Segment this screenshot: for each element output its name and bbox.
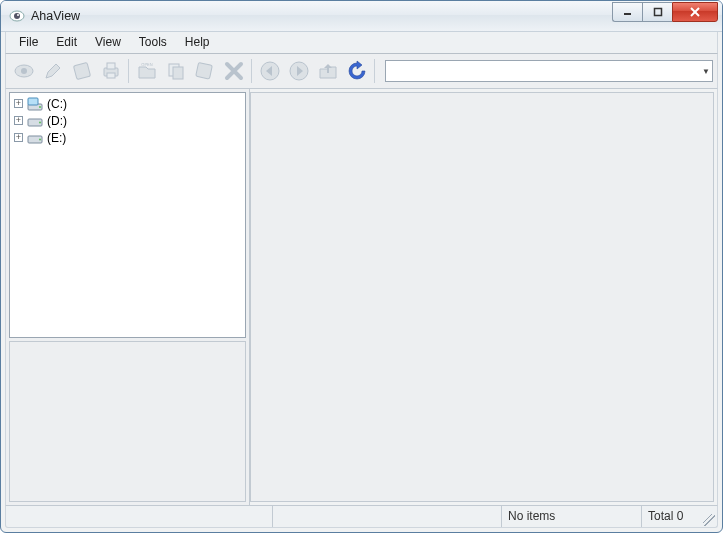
refresh-icon[interactable] (343, 58, 370, 85)
svg-rect-11 (107, 63, 115, 69)
delete-icon[interactable] (220, 58, 247, 85)
menubar: File Edit View Tools Help (5, 32, 718, 54)
window-controls (612, 2, 718, 22)
resize-grip-icon[interactable] (703, 514, 715, 526)
dropdown-arrow-icon[interactable]: ▼ (702, 67, 710, 76)
open-icon[interactable]: OPEN (133, 58, 160, 85)
svg-text:OPEN: OPEN (141, 62, 152, 67)
svg-rect-12 (107, 73, 115, 78)
rotate-left-icon[interactable] (68, 58, 95, 85)
thumbnail-pane[interactable] (250, 92, 714, 502)
minimize-button[interactable] (612, 2, 642, 22)
tree-item-label: (E:) (47, 131, 66, 145)
menu-tools[interactable]: Tools (130, 32, 176, 53)
back-icon[interactable] (256, 58, 283, 85)
svg-point-23 (39, 121, 41, 123)
client-area: + (C:) + (D:) + (5, 89, 718, 505)
statusbar: No items Total 0 (5, 505, 718, 528)
tree-item-label: (D:) (47, 114, 67, 128)
status-cell-path (6, 506, 273, 527)
print-icon[interactable] (97, 58, 124, 85)
toolbar: OPEN ▼ (5, 54, 718, 89)
view-icon[interactable] (10, 58, 37, 85)
svg-point-25 (39, 138, 41, 140)
system-drive-icon (27, 97, 43, 111)
folder-tree[interactable]: + (C:) + (D:) + (9, 92, 246, 338)
toolbar-separator (374, 59, 375, 83)
toolbar-separator (128, 59, 129, 83)
left-column: + (C:) + (D:) + (6, 89, 250, 505)
svg-rect-20 (28, 98, 38, 105)
menu-file[interactable]: File (10, 32, 47, 53)
titlebar[interactable]: AhaView (1, 1, 722, 32)
svg-point-8 (21, 68, 27, 74)
tree-item-drive-c[interactable]: + (C:) (10, 95, 245, 112)
svg-rect-4 (654, 9, 661, 16)
maximize-button[interactable] (642, 2, 672, 22)
app-icon (9, 8, 25, 24)
menu-edit[interactable]: Edit (47, 32, 86, 53)
close-button[interactable] (672, 2, 718, 22)
svg-point-2 (17, 14, 19, 16)
address-combo[interactable]: ▼ (385, 60, 713, 82)
expand-icon[interactable]: + (14, 116, 23, 125)
status-cell-count: No items (502, 506, 642, 527)
move-icon[interactable] (191, 58, 218, 85)
expand-icon[interactable]: + (14, 133, 23, 142)
svg-point-21 (39, 106, 41, 108)
forward-icon[interactable] (285, 58, 312, 85)
svg-rect-9 (73, 62, 90, 79)
menu-view[interactable]: View (86, 32, 130, 53)
tree-item-label: (C:) (47, 97, 67, 111)
svg-rect-15 (173, 67, 183, 79)
status-total-label: Total 0 (648, 509, 683, 523)
edit-icon[interactable] (39, 58, 66, 85)
app-window: AhaView File Edit View Tools Help (0, 0, 723, 533)
toolbar-separator (251, 59, 252, 83)
svg-point-1 (14, 13, 20, 19)
tree-item-drive-d[interactable]: + (D:) (10, 112, 245, 129)
status-cell-info (273, 506, 502, 527)
drive-icon (27, 114, 43, 128)
drive-icon (27, 131, 43, 145)
preview-pane (9, 341, 246, 502)
expand-icon[interactable]: + (14, 99, 23, 108)
tree-item-drive-e[interactable]: + (E:) (10, 129, 245, 146)
copy-icon[interactable] (162, 58, 189, 85)
window-title: AhaView (31, 9, 80, 23)
status-cell-total: Total 0 (642, 506, 717, 527)
svg-rect-16 (195, 62, 212, 79)
up-icon[interactable] (314, 58, 341, 85)
menu-help[interactable]: Help (176, 32, 219, 53)
